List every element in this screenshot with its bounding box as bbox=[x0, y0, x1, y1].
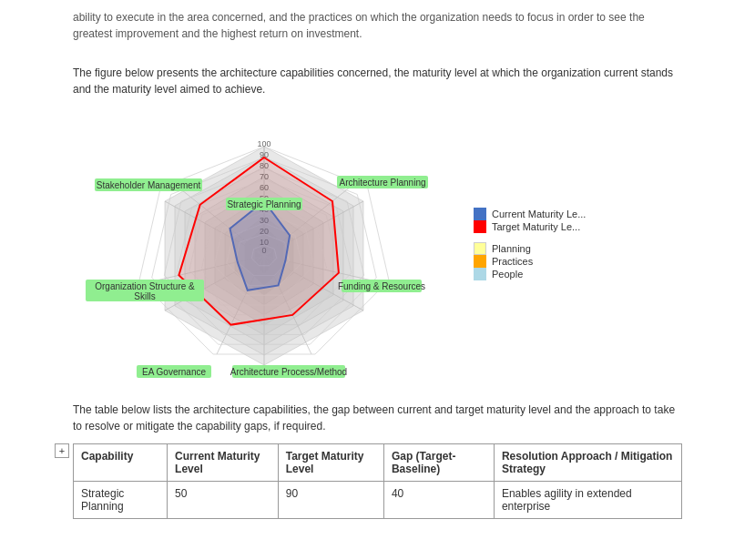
col-capability: Capability bbox=[74, 444, 168, 482]
svg-text:Strategic Planning: Strategic Planning bbox=[227, 199, 301, 209]
table-header-row: Capability Current Maturity Level Target… bbox=[74, 444, 682, 482]
svg-text:Skills: Skills bbox=[134, 291, 155, 301]
radar-svg: 10 20 30 40 50 60 70 80 90 100 0 bbox=[73, 110, 455, 383]
col-gap: Gap (Target-Baseline) bbox=[383, 444, 494, 482]
legend-group-series: Current Maturity Le... Target Maturity L… bbox=[474, 208, 586, 233]
chart-area: 10 20 30 40 50 60 70 80 90 100 0 bbox=[73, 110, 682, 383]
svg-text:Funding & Resources: Funding & Resources bbox=[338, 281, 425, 291]
table-cell: 40 bbox=[383, 482, 494, 519]
legend-target: Target Maturity Le... bbox=[474, 220, 586, 233]
legend-practices-label: Practices bbox=[492, 256, 533, 267]
table-cell: Enables agility in extended enterprise bbox=[494, 482, 681, 519]
legend-planning: Planning bbox=[474, 242, 586, 255]
legend-current-color bbox=[474, 208, 486, 220]
legend-target-color bbox=[474, 220, 486, 233]
table-intro: The table below lists the architecture c… bbox=[73, 402, 682, 434]
svg-text:Architecture Process/Method: Architecture Process/Method bbox=[230, 367, 347, 377]
table-cell: Strategic Planning bbox=[74, 482, 168, 519]
svg-text:Stakeholder Management: Stakeholder Management bbox=[97, 180, 201, 190]
legend-planning-color bbox=[474, 242, 486, 255]
svg-text:Organization Structure &: Organization Structure & bbox=[95, 281, 195, 291]
svg-text:EA Governance: EA Governance bbox=[142, 367, 206, 377]
col-current: Current Maturity Level bbox=[168, 444, 279, 482]
legend: Current Maturity Le... Target Maturity L… bbox=[474, 208, 586, 286]
figure-text: The figure below presents the architectu… bbox=[73, 65, 682, 97]
legend-group-categories: Planning Practices People bbox=[474, 242, 586, 280]
legend-people-color bbox=[474, 268, 486, 280]
legend-current-label: Current Maturity Le... bbox=[492, 209, 586, 219]
svg-text:Architecture Planning: Architecture Planning bbox=[339, 178, 425, 188]
legend-practices: Practices bbox=[474, 255, 586, 268]
capability-table: Capability Current Maturity Level Target… bbox=[73, 443, 682, 519]
legend-practices-color bbox=[474, 255, 486, 268]
legend-target-label: Target Maturity Le... bbox=[492, 221, 580, 232]
legend-current: Current Maturity Le... bbox=[474, 208, 586, 220]
intro-text-1: ability to execute in the area concerned… bbox=[73, 9, 682, 42]
expand-icon[interactable]: + bbox=[55, 443, 69, 458]
svg-text:100: 100 bbox=[257, 139, 270, 148]
col-resolution: Resolution Approach / Mitigation Strateg… bbox=[494, 444, 681, 482]
table-cell: 90 bbox=[278, 482, 383, 519]
legend-people-label: People bbox=[492, 269, 523, 280]
table-row: Strategic Planning509040Enables agility … bbox=[74, 482, 682, 519]
radar-chart: 10 20 30 40 50 60 70 80 90 100 0 bbox=[73, 110, 455, 383]
col-target: Target Maturity Level bbox=[278, 444, 383, 482]
table-cell: 50 bbox=[168, 482, 279, 519]
table-wrapper: + Capability Current Maturity Level Targ… bbox=[73, 443, 682, 519]
legend-people: People bbox=[474, 268, 586, 280]
legend-planning-label: Planning bbox=[492, 243, 531, 254]
